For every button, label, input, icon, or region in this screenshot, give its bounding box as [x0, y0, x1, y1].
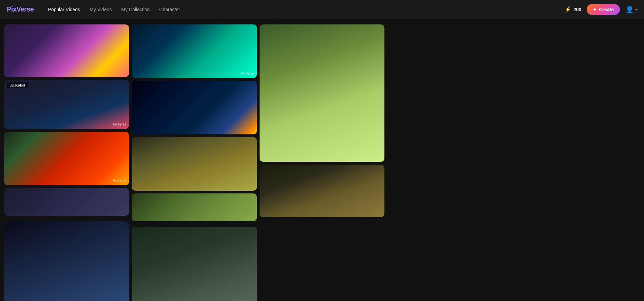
main-nav: Popular Videos My Videos My Collection C…: [44, 5, 183, 14]
sparkle-icon: ✦: [593, 7, 597, 12]
chevron-down-icon: ▾: [635, 7, 637, 12]
user-menu[interactable]: 👤 ▾: [625, 5, 637, 14]
nav-popular-videos[interactable]: Popular Videos: [44, 5, 83, 14]
gallery-item-anime-boy[interactable]: [260, 24, 384, 162]
gallery-item-figure-bottom[interactable]: [4, 188, 129, 216]
gallery-item-ninja[interactable]: Upscaled PixVerse: [4, 80, 129, 129]
credits-amount: 200: [573, 7, 581, 12]
gallery-item-balloons[interactable]: [4, 24, 129, 77]
lightning-icon: ⚡: [565, 6, 571, 13]
gallery-item-scifi-corridor[interactable]: PixVerse: [132, 24, 257, 78]
gallery-item-koala[interactable]: [132, 193, 257, 221]
gallery-item-watch[interactable]: [260, 165, 384, 217]
watermark: PixVerse: [113, 123, 127, 126]
header-right: ⚡ 200 ✦ Create 👤 ▾: [565, 4, 637, 15]
gallery-item-cat-wizard[interactable]: [132, 227, 257, 301]
logo-text: PixVerse: [7, 5, 34, 13]
upscaled-badge: Upscaled: [7, 82, 28, 88]
user-icon: 👤: [625, 5, 634, 14]
watermark: PixVerse: [241, 72, 254, 75]
gallery-item-warrior[interactable]: PixVerse: [4, 221, 129, 301]
nav-my-videos[interactable]: My Videos: [86, 5, 115, 14]
gallery-grid: Upscaled PixVerse PixVerse PixVerse PixV…: [0, 19, 644, 301]
gallery-item-strawberry[interactable]: PixVerse: [4, 132, 129, 185]
create-label: Create: [599, 7, 614, 12]
nav-my-collection[interactable]: My Collection: [118, 5, 153, 14]
gallery-item-space[interactable]: [132, 81, 257, 134]
credits-display: ⚡ 200: [565, 6, 581, 13]
gallery-item-paris-walk[interactable]: [132, 137, 257, 191]
logo: PixVerse: [7, 5, 34, 13]
nav-character[interactable]: Character: [156, 5, 183, 14]
create-button[interactable]: ✦ Create: [587, 4, 620, 15]
watermark: PixVerse: [113, 179, 127, 183]
header: PixVerse Popular Videos My Videos My Col…: [0, 0, 644, 19]
